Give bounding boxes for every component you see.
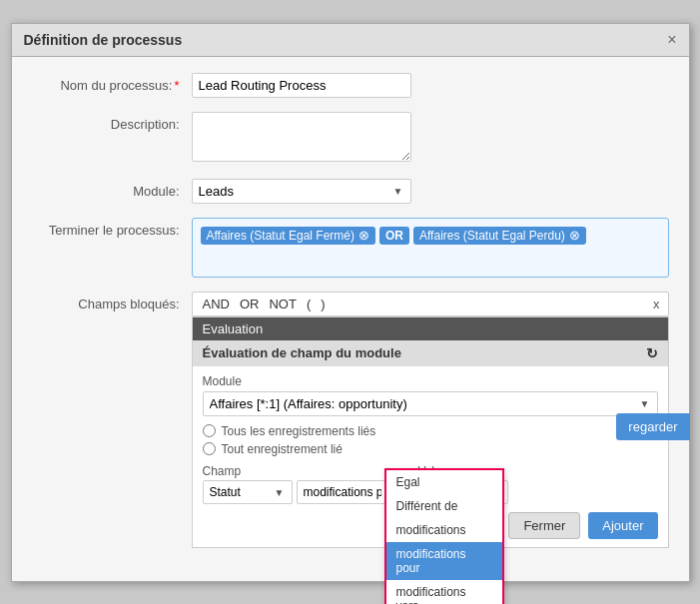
tag-affaires-perdu-label: Affaires (Statut Egal Perdu) xyxy=(419,229,565,243)
tag-affaires-ferme-label: Affaires (Statut Egal Fermé) xyxy=(207,229,355,243)
radio-tout[interactable]: Tout enregistrement lié xyxy=(203,442,658,456)
terminer-label: Terminer le processus: xyxy=(32,218,192,238)
refresh-icon[interactable]: ↻ xyxy=(646,345,658,361)
radio-tous-label: Tous les enregistrements liés xyxy=(222,424,376,438)
champ-col: Champ Statut ▼ xyxy=(203,464,406,504)
or-button[interactable]: OR xyxy=(238,297,262,311)
nom-input-wrap xyxy=(192,73,669,98)
nom-processus-row: Nom du processus:* xyxy=(32,73,669,98)
terminer-row: Terminer le processus: Affaires (Statut … xyxy=(32,218,669,278)
modal-header: Définition de processus × xyxy=(12,24,689,57)
champs-label: Champs bloqués: xyxy=(32,292,192,311)
module-select[interactable]: Leads xyxy=(192,179,411,204)
open-paren-button[interactable]: ( xyxy=(305,297,313,311)
tag-affaires-ferme: Affaires (Statut Egal Fermé) ⊗ xyxy=(201,227,376,245)
champs-row: Champs bloqués: AND OR NOT ( ) x Evaluat… xyxy=(32,292,669,548)
radio-tous-input[interactable] xyxy=(203,424,216,437)
ajouter-button[interactable]: Ajouter xyxy=(588,512,657,539)
close-paren-button[interactable]: ) xyxy=(319,297,327,311)
or-badge: OR xyxy=(379,227,409,245)
dropdown-item-modifications-vers[interactable]: modifications vers xyxy=(386,580,502,605)
description-wrap xyxy=(192,112,669,165)
modal-close-button[interactable]: × xyxy=(667,32,676,48)
and-button[interactable]: AND xyxy=(201,297,232,311)
tag-affaires-perdu-close[interactable]: ⊗ xyxy=(569,229,580,242)
op-dropdown: Egal Différent de modifications modifica… xyxy=(384,468,504,605)
eval-header: Evaluation xyxy=(193,317,668,340)
module-select-wrap: Leads ▼ xyxy=(192,179,411,204)
dropdown-item-egal[interactable]: Egal xyxy=(386,470,502,494)
description-input[interactable] xyxy=(192,112,411,162)
fermer-button[interactable]: Fermer xyxy=(508,512,580,539)
regarder-button[interactable]: regarder xyxy=(616,413,689,440)
eval-subheader: Évaluation de champ du module ↻ xyxy=(193,340,668,366)
radio-group: Tous les enregistrements liés Tout enreg… xyxy=(203,424,658,456)
modal-title: Définition de processus xyxy=(24,32,183,48)
champ-select-wrap: Statut ▼ xyxy=(203,480,293,504)
modal-body: Nom du processus:* Description: Module: … xyxy=(12,57,689,578)
module-wrap: Leads ▼ xyxy=(192,179,669,204)
tag-affaires-perdu-close-btn: Affaires (Statut Egal Perdu) ⊗ xyxy=(413,227,586,245)
champ-label: Champ xyxy=(203,464,406,478)
modal-definition-processus: Définition de processus × Nom du process… xyxy=(11,23,690,582)
champ-select[interactable]: Statut xyxy=(203,480,293,504)
nom-label: Nom du processus:* xyxy=(32,73,192,93)
eval-module-select[interactable]: Affaires [*:1] (Affaires: opportunity) xyxy=(203,391,658,416)
logic-bar: AND OR NOT ( ) x xyxy=(192,292,669,316)
tag-group-1: Affaires (Statut Egal Fermé) ⊗ OR Affair… xyxy=(201,227,660,245)
tag-affaires-ferme-close[interactable]: ⊗ xyxy=(358,229,369,242)
eval-module-select-wrap: Affaires [*:1] (Affaires: opportunity) ▼ xyxy=(203,391,658,416)
eval-header-label: Evaluation xyxy=(203,321,264,336)
radio-tout-label: Tout enregistrement lié xyxy=(222,442,343,456)
dropdown-item-modifications-pour[interactable]: modifications pour xyxy=(386,542,502,580)
eval-module-label: Module xyxy=(203,374,658,388)
radio-tous[interactable]: Tous les enregistrements liés xyxy=(203,424,658,438)
module-row: Module: Leads ▼ xyxy=(32,179,669,204)
module-label: Module: xyxy=(32,179,192,199)
logic-x-button[interactable]: x xyxy=(653,297,660,311)
not-button[interactable]: NOT xyxy=(267,297,298,311)
description-row: Description: xyxy=(32,112,669,165)
eval-subheader-label: Évaluation de champ du module xyxy=(203,345,401,360)
description-label: Description: xyxy=(32,112,192,132)
nom-input[interactable] xyxy=(192,73,411,98)
dropdown-item-modifications[interactable]: modifications xyxy=(386,518,502,542)
radio-tout-input[interactable] xyxy=(203,442,216,455)
terminer-box: Affaires (Statut Egal Fermé) ⊗ OR Affair… xyxy=(192,218,669,278)
dropdown-item-different[interactable]: Différent de xyxy=(386,494,502,518)
